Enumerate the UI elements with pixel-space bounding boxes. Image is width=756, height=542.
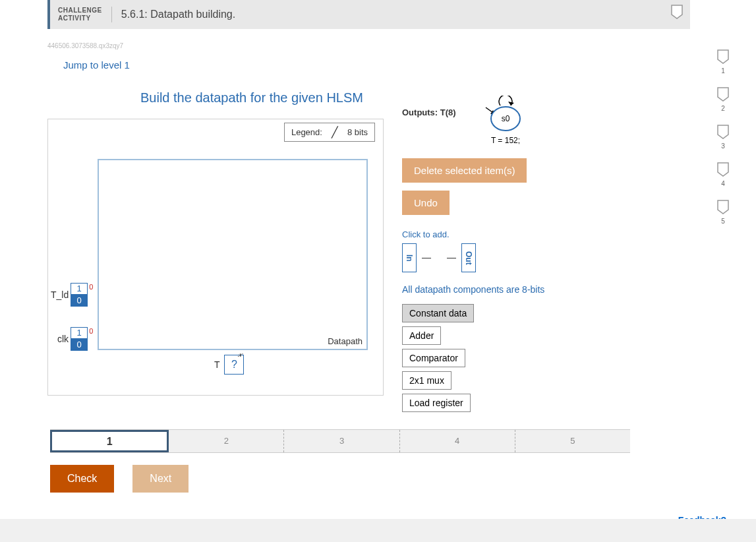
add-output-port-button[interactable]: Out <box>461 243 476 272</box>
level-num: 1 <box>721 67 725 75</box>
wire-icon <box>422 258 431 258</box>
level-badge-4[interactable]: 4 <box>716 162 730 187</box>
svg-marker-0 <box>508 102 514 105</box>
hlsm-diagram: Outputs: T(8) s0 T = 152; <box>402 96 690 148</box>
port-top-value[interactable]: 1 <box>71 283 88 295</box>
level-badge-2[interactable]: 2 <box>716 86 730 112</box>
legend-box: Legend: ╱ 8 bits <box>284 123 375 142</box>
component-load-register[interactable]: Load register <box>402 394 471 412</box>
state-diagram: s0 T = 152; <box>473 96 532 148</box>
add-input-port-button[interactable]: In <box>402 243 417 272</box>
port-bot-value[interactable]: 0 <box>71 295 88 307</box>
datapath-box[interactable]: Datapath <box>98 159 368 350</box>
component-adder[interactable]: Adder <box>402 326 441 345</box>
state-name: s0 <box>501 114 509 123</box>
port-label: T <box>214 359 220 370</box>
level-badge-3[interactable]: 3 <box>716 124 730 150</box>
component-2x1-mux[interactable]: 2x1 mux <box>402 371 451 390</box>
port-t-ld[interactable]: T_ld 1 0 0 <box>51 283 93 307</box>
components-note: All datapath components are 8-bits <box>402 284 690 295</box>
legend-bits: 8 bits <box>347 127 368 137</box>
in-label: In <box>405 255 414 262</box>
state-action: T = 152; <box>491 136 520 145</box>
level-num: 2 <box>721 105 725 112</box>
port-top-value[interactable]: 1 <box>71 327 88 339</box>
check-button[interactable]: Check <box>50 465 114 493</box>
legend-slash-icon: ╱ <box>332 126 338 138</box>
level-nav-5[interactable]: 5 <box>515 430 630 452</box>
jump-to-level-link[interactable]: Jump to level 1 <box>63 59 690 71</box>
level-nav-4[interactable]: 4 <box>400 430 515 452</box>
challenge-title: 5.6.1: Datapath building. <box>121 9 235 20</box>
level-badges: 1 2 3 4 5 <box>716 49 730 225</box>
port-output-t[interactable]: 𝓍 T ? <box>214 355 244 375</box>
undo-button[interactable]: Undo <box>402 191 450 215</box>
component-comparator[interactable]: Comparator <box>402 349 465 367</box>
port-label: T_ld <box>51 289 69 300</box>
datapath-canvas[interactable]: Legend: ╱ 8 bits Datapath T_ld 1 0 0 <box>47 119 384 396</box>
bookmark-icon[interactable] <box>670 4 683 22</box>
click-to-add-label: Click to add. <box>402 229 690 239</box>
port-bot-value[interactable]: 0 <box>71 339 88 351</box>
challenge-header: CHALLENGE ACTIVITY 5.6.1: Datapath build… <box>47 0 690 29</box>
feedback-link[interactable]: Feedback? <box>678 515 726 519</box>
datapath-label: Datapath <box>328 336 363 346</box>
challenge-label: CHALLENGE ACTIVITY <box>58 7 112 22</box>
activity-id: 446506.3073588.qx3zqy7 <box>47 42 690 49</box>
port-width: 0 <box>89 283 93 291</box>
level-nav-2[interactable]: 2 <box>169 430 284 452</box>
level-nav: 1 2 3 4 5 <box>50 429 630 453</box>
level-nav-1[interactable]: 1 <box>50 430 169 452</box>
level-badge-5[interactable]: 5 <box>716 199 730 225</box>
prompt-title: Build the datapath for the given HLSM <box>113 90 390 105</box>
out-label: Out <box>464 251 473 265</box>
hlsm-outputs-label: Outputs: T(8) <box>402 107 456 117</box>
level-num: 3 <box>721 142 725 150</box>
component-constant-data[interactable]: Constant data <box>402 304 474 322</box>
level-badge-1[interactable]: 1 <box>716 49 730 75</box>
port-label: clk <box>57 334 69 344</box>
level-nav-3[interactable]: 3 <box>284 430 399 452</box>
level-num: 4 <box>721 180 725 187</box>
delete-button[interactable]: Delete selected item(s) <box>402 158 527 183</box>
port-clk[interactable]: clk 1 0 0 <box>57 327 93 351</box>
challenge-label-2: ACTIVITY <box>58 15 102 22</box>
next-button[interactable]: Next <box>132 465 189 493</box>
challenge-label-1: CHALLENGE <box>58 7 102 15</box>
wire-icon <box>447 258 456 258</box>
level-num: 5 <box>721 218 725 225</box>
legend-prefix: Legend: <box>291 127 322 137</box>
wire-slash-icon: 𝓍 <box>238 348 242 359</box>
port-width: 0 <box>89 327 93 335</box>
